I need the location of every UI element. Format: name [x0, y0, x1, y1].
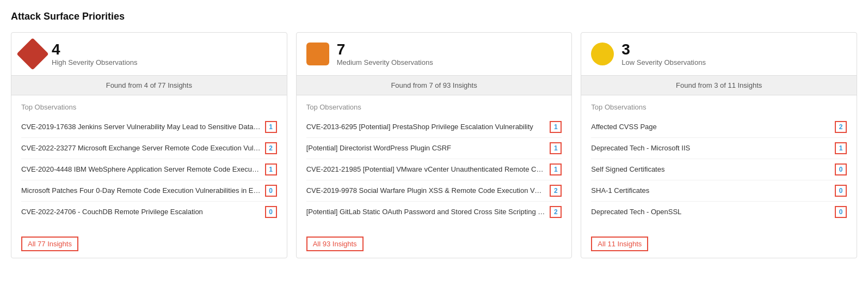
obs-text: SHA-1 Certificates [591, 186, 830, 195]
list-item[interactable]: CVE-2022-24706 - CouchDB Remote Privileg… [21, 202, 277, 222]
high-insights-link[interactable]: All 77 Insights [21, 237, 78, 251]
obs-text: [Potential] Directorist WordPress Plugin… [306, 144, 546, 152]
cards-container: 4High Severity ObservationsFound from 4 … [11, 32, 857, 258]
obs-badge: 2 [550, 206, 562, 218]
low-top-obs-label: Top Observations [591, 103, 847, 111]
high-severity-icon [16, 38, 48, 70]
obs-badge: 0 [835, 163, 847, 175]
medium-found-bar: Found from 7 of 93 Insights [297, 75, 572, 95]
obs-text: Microsoft Patches Four 0-Day Remote Code… [21, 186, 261, 195]
medium-count: 7 [337, 41, 433, 58]
list-item[interactable]: CVE-2019-17638 Jenkins Server Vulnerabil… [21, 117, 277, 138]
medium-severity-label: Medium Severity Observations [337, 58, 433, 66]
obs-badge: 0 [835, 206, 847, 218]
obs-text: CVE-2019-9978 Social Warfare Plugin XSS … [306, 186, 546, 195]
list-item[interactable]: CVE-2020-4448 IBM WebSphere Application … [21, 159, 277, 180]
obs-text: Affected CVSS Page [591, 123, 830, 131]
card-header-low: 3Low Severity Observations [581, 33, 857, 75]
obs-text: [Potential] GitLab Static OAuth Password… [306, 208, 546, 216]
card-medium: 7Medium Severity ObservationsFound from … [296, 32, 572, 258]
low-obs-list: Affected CVSS Page2Deprecated Tech - Mic… [591, 117, 847, 222]
high-obs-list: CVE-2019-17638 Jenkins Server Vulnerabil… [21, 117, 277, 222]
obs-badge: 0 [265, 206, 277, 218]
page-title: Attack Surface Priorities [11, 11, 857, 22]
obs-badge: 1 [835, 142, 847, 154]
obs-text: CVE-2020-4448 IBM WebSphere Application … [21, 165, 261, 173]
obs-badge: 1 [550, 163, 562, 175]
high-severity-label: High Severity Observations [52, 58, 138, 66]
obs-text: Deprecated Tech - OpenSSL [591, 208, 830, 216]
medium-top-obs-label: Top Observations [306, 103, 562, 111]
obs-badge: 2 [265, 142, 277, 154]
list-item[interactable]: CVE-2019-9978 Social Warfare Plugin XSS … [306, 180, 562, 202]
list-item[interactable]: [Potential] GitLab Static OAuth Password… [306, 202, 562, 222]
list-item[interactable]: Self Signed Certificates0 [591, 159, 847, 180]
card-low: 3Low Severity ObservationsFound from 3 o… [581, 32, 857, 258]
list-item[interactable]: [Potential] Directorist WordPress Plugin… [306, 138, 562, 159]
card-high: 4High Severity ObservationsFound from 4 … [11, 32, 287, 258]
card-header-high: 4High Severity Observations [11, 33, 287, 75]
obs-text: Self Signed Certificates [591, 165, 830, 173]
obs-text: CVE-2022-24706 - CouchDB Remote Privileg… [21, 208, 261, 216]
list-item[interactable]: Deprecated Tech - Microsoft IIS1 [591, 138, 847, 159]
low-found-bar: Found from 3 of 11 Insights [581, 75, 857, 95]
low-severity-icon [591, 43, 614, 65]
high-top-obs-label: Top Observations [21, 103, 277, 111]
medium-severity-icon [306, 43, 329, 65]
high-found-bar: Found from 4 of 77 Insights [11, 75, 287, 95]
low-count: 3 [621, 41, 706, 58]
medium-insights-link[interactable]: All 93 Insights [306, 237, 364, 251]
low-severity-label: Low Severity Observations [621, 58, 706, 66]
high-count: 4 [52, 41, 138, 58]
obs-badge: 2 [835, 121, 847, 133]
obs-badge: 0 [835, 185, 847, 197]
obs-badge: 1 [550, 121, 562, 133]
list-item[interactable]: CVE-2021-21985 [Potential] VMware vCente… [306, 159, 562, 180]
obs-badge: 0 [265, 185, 277, 197]
obs-text: CVE-2022-23277 Microsoft Exchange Server… [21, 144, 261, 152]
list-item[interactable]: CVE-2013-6295 [Potential] PrestaShop Pri… [306, 117, 562, 138]
obs-badge: 1 [550, 142, 562, 154]
obs-badge: 2 [550, 185, 562, 197]
list-item[interactable]: SHA-1 Certificates0 [591, 180, 847, 202]
list-item[interactable]: CVE-2022-23277 Microsoft Exchange Server… [21, 138, 277, 159]
list-item[interactable]: Microsoft Patches Four 0-Day Remote Code… [21, 180, 277, 202]
obs-badge: 1 [265, 163, 277, 175]
obs-text: Deprecated Tech - Microsoft IIS [591, 144, 830, 152]
low-insights-link[interactable]: All 11 Insights [591, 237, 648, 251]
obs-text: CVE-2021-21985 [Potential] VMware vCente… [306, 165, 546, 173]
obs-text: CVE-2013-6295 [Potential] PrestaShop Pri… [306, 123, 546, 131]
obs-text: CVE-2019-17638 Jenkins Server Vulnerabil… [21, 123, 261, 131]
obs-badge: 1 [265, 121, 277, 133]
medium-obs-list: CVE-2013-6295 [Potential] PrestaShop Pri… [306, 117, 562, 222]
list-item[interactable]: Deprecated Tech - OpenSSL0 [591, 202, 847, 222]
card-header-medium: 7Medium Severity Observations [297, 33, 572, 75]
list-item[interactable]: Affected CVSS Page2 [591, 117, 847, 138]
